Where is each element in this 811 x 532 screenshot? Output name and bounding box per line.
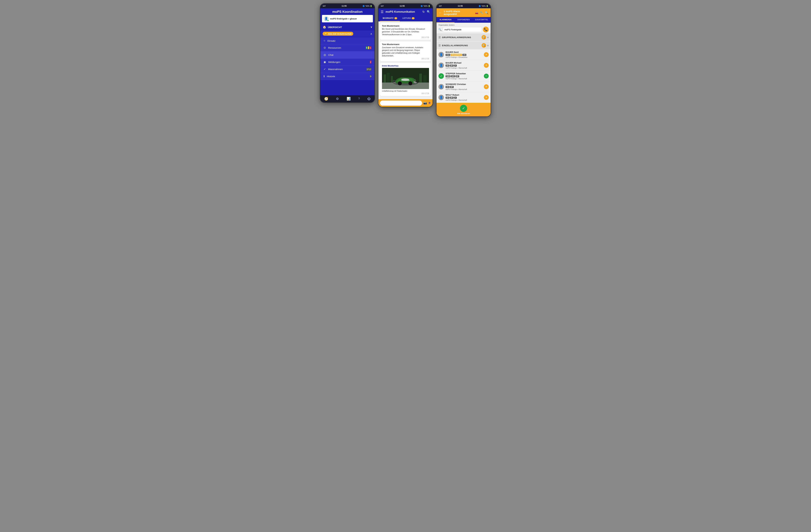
einsatz-row[interactable]: 🔔 E21-210 Verkehrsunfall ∧ [320, 31, 374, 37]
chat-label: Chat [328, 53, 371, 56]
historie-label: Historie [327, 75, 370, 78]
einzel-search-icon[interactable]: 🔍 [481, 43, 486, 48]
person-info-stepfer: STEPFER Sebastian SAN AS BF moPS Firebri… [446, 72, 482, 80]
message-1-timestamp: 19/3 17:35 [382, 36, 429, 38]
image-timestamp: 19/3 17:35 [382, 93, 429, 94]
user-name: moPS firebrigade » gbauer [330, 17, 357, 20]
alarm-icon: 🔔 [324, 32, 327, 35]
crash-image[interactable] [382, 68, 429, 89]
add-bauer-michael-button[interactable]: + [484, 63, 489, 68]
group-icon: ☰ [439, 36, 441, 39]
tab-leitung-badge: 1 [412, 17, 415, 19]
person-info-bauer-gerd: BAUER Gerd Arzt Einsatzleiter AS moPS Fi… [446, 51, 482, 58]
message-input[interactable] [380, 100, 422, 106]
alle-alarmieren-button[interactable]: ✓ Alle alarmieren [457, 105, 470, 114]
nav-chat[interactable]: ◎ Chat [320, 51, 374, 59]
settings-icon[interactable]: ⚙ [336, 97, 339, 101]
tag-arzt: Arzt [446, 54, 450, 56]
person-org: moPS Firebrige » Mannschaft [446, 99, 482, 101]
status-battery-3: 🔵 *40% 🔋 [479, 5, 488, 7]
org-search-icon: 🔍 [439, 28, 442, 31]
status-signal-2: 3AT [381, 5, 384, 7]
svg-rect-5 [419, 74, 422, 82]
einzel-section[interactable]: ☰ EINZELALARMIERUNG 🔍 ∧ [437, 42, 491, 49]
status-battery-2: 🔵 *40% 🔋 [420, 5, 430, 7]
ubersicht-header[interactable]: 🏠 ÜBERSICHT ∨ [320, 24, 374, 31]
add-wolf-button[interactable]: + [484, 95, 489, 100]
attachment-icon[interactable]: 📷 [423, 101, 427, 105]
tab-im-einsatz[interactable]: IM EINSATZ 3 [380, 15, 400, 21]
compass-icon[interactable]: 🧭 [324, 97, 328, 101]
badge-yellow: 2 [368, 46, 369, 49]
chart-icon[interactable]: 📊 [347, 97, 351, 101]
badge-massnahmen: 2/12 [367, 68, 371, 71]
call-button[interactable]: 📞 [483, 27, 489, 32]
ressourcen-label: Ressourcen [328, 46, 366, 49]
person-avatar-bauer-michael: 👤 [439, 63, 444, 68]
tab-disponieren[interactable]: DISPONIEREN [455, 17, 473, 23]
chat-area: Tom Mustermann Bin Vorort und koordinier… [379, 21, 432, 99]
svg-point-8 [398, 81, 402, 85]
nav-ressourcen[interactable]: ⊙ Ressourcen 9 2 1 [320, 44, 374, 51]
tab-alarmieren[interactable]: ALARMIEREN [437, 17, 455, 23]
help-icon[interactable]: ? [358, 97, 360, 100]
meldungen-icon: ◉ [324, 60, 326, 64]
nav-meldungen[interactable]: ◉ Meldungen 2 [320, 59, 374, 66]
tab-zusatzmittel[interactable]: ZUSATZMITTEL [473, 17, 491, 23]
car-icon[interactable]: 🚗 [475, 11, 478, 14]
badge-red: 1 [370, 46, 371, 49]
send-icon[interactable]: ✈ [428, 101, 431, 105]
image-message-sender: Irene Musterfrau [382, 64, 429, 67]
power-icon[interactable]: ⏻ [367, 97, 371, 101]
alle-circle-icon: ✓ [460, 105, 467, 112]
search-icon-2[interactable]: 🔍 [427, 10, 430, 14]
nav-historie[interactable]: ℹ Historie 9 [320, 73, 374, 80]
svg-rect-4 [391, 76, 393, 82]
tag-bf: BF [450, 64, 454, 67]
message-2-text: Zuschauer vom Einsatzort verwiesen. Auto… [382, 46, 429, 57]
user-bar[interactable]: 👤 moPS firebrigade » gbauer [322, 15, 373, 22]
gruppen-section[interactable]: ☰ GRUPPENALARMIERUNG 🔍 ∨ [437, 33, 491, 41]
remove-stepfer-button[interactable]: − [484, 74, 489, 78]
einsatz-icon: ○ [324, 39, 325, 42]
person-name: BAUER Gerd [446, 51, 482, 53]
image-caption: Unfallfahrzeug mit Totalschaden [382, 90, 429, 92]
ubersicht-label: ÜBERSICHT [328, 26, 370, 29]
refresh-icon[interactable]: ↻ [423, 10, 425, 14]
app-title-3: 1 moPS Alarm ausgewählt [444, 10, 473, 15]
add-schwarz-button[interactable]: + [484, 84, 489, 89]
app-header-3: ← 1 moPS Alarm ausgewählt 🚗 🔧 🔍 [437, 8, 491, 17]
message-1-sender: Tom Mustermann [382, 25, 429, 27]
massnahmen-icon: ✓ [324, 67, 326, 71]
nav-einsatz[interactable]: ○ Einsatz [320, 37, 374, 44]
bottom-bar-3: ✓ Alle alarmieren [437, 103, 491, 116]
search-icon-3[interactable]: 🔍 [485, 11, 488, 14]
badge-meldungen: 2 [370, 61, 371, 63]
einzel-label: EINZELALARMIERUNG [442, 44, 481, 47]
einzel-chevron-icon: ∧ [487, 44, 489, 47]
app-header-2: ☰ moPS Kommunikation ↻ 🔍 [379, 8, 432, 15]
add-bauer-gerd-button[interactable]: + [484, 52, 489, 57]
status-bar-2: 3AT 11:55 🔵 *40% 🔋 [379, 4, 432, 8]
person-name: SCHWARZ Christian [446, 83, 482, 85]
back-icon[interactable]: ← [439, 11, 442, 15]
person-org: moPS Firebrige » Mannschaft [446, 89, 482, 90]
svg-point-9 [409, 81, 412, 85]
org-input[interactable] [443, 27, 482, 32]
person-row: ✓ STEPFER Sebastian SAN AS BF moPS Fireb… [437, 71, 491, 81]
svg-rect-2 [384, 75, 386, 82]
wrench-icon[interactable]: 🔧 [480, 11, 483, 14]
menu-icon[interactable]: ☰ [381, 10, 384, 14]
status-time-2: 11:55 [400, 5, 405, 7]
status-time: 11:55 [341, 5, 347, 7]
tag-f: F [454, 97, 457, 99]
person-name: BAUER Michael [446, 62, 482, 64]
gruppen-search-icon[interactable]: 🔍 [481, 35, 486, 40]
tab-leitung[interactable]: LEITUNG 1 [400, 15, 417, 21]
nav-massnahmen[interactable]: ✓ Massnahmen 2/12 [320, 66, 374, 73]
einsatz-label: E21-210 Verkehrsunfall [328, 33, 351, 35]
tab-im-einsatz-badge: 3 [394, 17, 397, 19]
person-info-schwarz: SCHWARZ Christian AS BF moPS Firebrige »… [446, 83, 482, 90]
svg-rect-3 [387, 73, 390, 82]
tag-as: AS [451, 75, 455, 77]
